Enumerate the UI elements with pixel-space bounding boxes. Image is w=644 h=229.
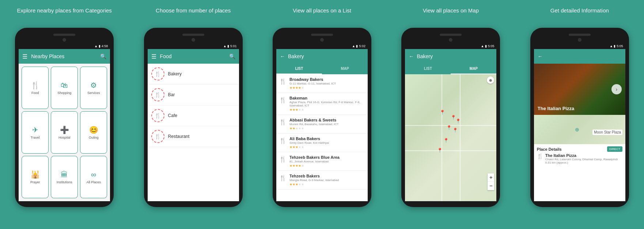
back-arrow-4[interactable]: ← <box>409 53 414 59</box>
map-pin-5[interactable]: 📍 <box>452 128 458 133</box>
place-addr-3: Simly Dam Road, Kot Hatthyal <box>289 141 365 144</box>
place-item-4[interactable]: 🍴 Tehzeeb Bakers Blue Area 81, Jinnah Av… <box>276 152 368 171</box>
back-arrow-5[interactable]: ← <box>538 53 543 59</box>
app-title-4: Bakery <box>417 53 493 59</box>
menu-icon-1[interactable]: ☰ <box>22 53 27 60</box>
search-icon-1[interactable]: 🔍 <box>100 53 106 59</box>
map-zoom-in[interactable]: + <box>488 173 494 182</box>
map-locate-button[interactable]: ⊕ <box>487 76 494 84</box>
tab-list-3[interactable]: LIST <box>276 64 322 74</box>
status-icons: ▲ ▮ <box>94 44 100 48</box>
place-item-5[interactable]: 🍴 Tehzeeb Bakers Mangla Road, G-9 Markaz… <box>276 171 368 189</box>
place-icon-0: 🍴 <box>279 78 287 85</box>
category-all-places[interactable]: ∞ All Places <box>80 156 107 198</box>
map-locate-icon: ⊕ <box>575 127 579 132</box>
place-addr-2: Munee Rd, Barakahu, Islamabad, ICT <box>289 123 365 126</box>
stars-4: ★★★★★ <box>289 164 365 168</box>
directions-button[interactable]: DIRECT <box>607 146 622 152</box>
panel-map-view: View all places on Map ▲ ▮ 5:05 ← Bakery… <box>386 0 515 229</box>
institutions-label: Institutions <box>57 180 72 184</box>
detail-map[interactable]: ⊕ Moon Star Plaza <box>534 115 625 144</box>
screen-1: ☰ Nearby Places 🔍 🍴 Food 🛍 Shopping ⚙ Se… <box>19 49 110 201</box>
place-icon-4: 🍴 <box>279 156 287 163</box>
search-icon-2[interactable]: 🔍 <box>229 53 235 59</box>
next-button[interactable]: › <box>611 84 622 94</box>
phone-3: ▲ ▮ 5:02 ← Bakery LIST MAP 🍴 Broadway Ba… <box>273 28 371 207</box>
bar-icon-circle: 🍴 <box>151 88 164 101</box>
detail-screen: The Italian Pizza › ⊕ Moon Star Plaza Pl… <box>534 64 625 201</box>
detail-place-icon: 🍴 <box>537 153 543 159</box>
phone-4: ▲ ▮ 5:05 ← Bakery LIST MAP 📍 📍 <box>401 28 500 207</box>
category-institutions[interactable]: 🏛 Institutions <box>51 156 78 198</box>
panel3-title: View all places on a List <box>293 7 351 23</box>
map-zoom-out[interactable]: − <box>488 182 494 190</box>
all-places-icon: ∞ <box>91 170 96 179</box>
stars-1: ★★★★★ <box>289 108 365 112</box>
cafe-label: Cafe <box>168 113 177 118</box>
phone-5: ▲ ▮ 5:05 ← The Italian Pizza › ⊕ Moon St… <box>530 28 629 207</box>
tab-map-4[interactable]: MAP <box>451 64 496 74</box>
map-pin-6[interactable]: 📍 <box>443 138 449 143</box>
place-name-0: Broadway Bakers <box>289 77 365 82</box>
detail-header-row: Place Details DIRECT <box>537 146 622 152</box>
prayer-label: Prayer <box>30 180 40 184</box>
institutions-icon: 🏛 <box>61 170 68 179</box>
place-details-label: Place Details <box>537 147 562 151</box>
place-info-4: Tehzeeb Bakers Blue Area 81, Jinnah Aven… <box>289 155 365 168</box>
travel-label: Travel <box>31 136 40 139</box>
place-addr-4: 81, Jinnah Avenue, Islamabad <box>289 160 365 163</box>
food-item-cafe[interactable]: 🍴 Cafe <box>148 105 239 126</box>
status-time-1: 4:58 <box>102 44 108 48</box>
category-services[interactable]: ⚙ Services <box>80 67 107 109</box>
food-icon: 🍴 <box>31 81 40 90</box>
app-header-3: ← Bakery <box>276 49 368 64</box>
category-prayer[interactable]: 🕌 Prayer <box>22 156 49 198</box>
map-pin-3[interactable]: 📍 <box>455 119 461 124</box>
food-item-bar[interactable]: 🍴 Bar <box>148 85 239 105</box>
panel1-title: Explore nearby places from Categories <box>17 7 112 23</box>
detail-place-name: The Italian Pizza <box>545 153 618 158</box>
detail-place-row: 🍴 The Italian Pizza Chakri Rd, Lalarukh … <box>537 153 622 164</box>
place-icon-2: 🍴 <box>279 119 287 125</box>
panel4-title: View all places on Map <box>423 7 479 23</box>
panel2-title: Choose from number of places <box>156 7 231 23</box>
detail-place-dist: 0.31 km (approx.) <box>545 161 618 164</box>
place-item-1[interactable]: 🍴 Bakeman Aghar Plaza, Plot 16-G, Kohist… <box>276 93 368 115</box>
phone-speaker-3 <box>311 34 333 36</box>
map-area[interactable]: 📍 📍 📍 📍 📍 📍 📍 ⊕ + − <box>405 74 496 201</box>
category-hospital[interactable]: ➕ Hospital <box>51 111 78 154</box>
panel-list-view: View all places on a List ▲ ▮ 5:02 ← Bak… <box>258 0 386 229</box>
food-item-bakery[interactable]: 🍴 Bakery <box>148 64 239 85</box>
phone-camera-4 <box>449 38 452 42</box>
food-item-restaurant[interactable]: 🍴 Restaurant <box>148 126 239 147</box>
place-name-5: Tehzeeb Bakers <box>289 174 365 178</box>
place-item-0[interactable]: 🍴 Broadway Bakers G-11 Markaz, G-11, Isl… <box>276 74 368 93</box>
phone-camera-5 <box>578 38 582 42</box>
place-item-2[interactable]: 🍴 Abbasi Bakers & Sweets Munee Rd, Barak… <box>276 115 368 134</box>
category-outing[interactable]: 😊 Outing <box>80 111 107 154</box>
menu-icon-2[interactable]: ☰ <box>151 53 156 60</box>
phone-camera-3 <box>320 38 324 42</box>
screen-2: ☰ Food 🔍 🍴 Bakery 🍴 Bar 🍴 Cafe 🍴 <box>148 49 239 201</box>
back-arrow-3[interactable]: ← <box>280 53 285 59</box>
status-bar-3: ▲ ▮ 5:02 <box>276 43 368 49</box>
stars-3: ★★★★★ <box>289 145 365 149</box>
place-icon-3: 🍴 <box>279 137 287 144</box>
map-pin-1[interactable]: 📍 <box>440 110 445 115</box>
category-food[interactable]: 🍴 Food <box>22 67 49 109</box>
place-list: 🍴 Broadway Bakers G-11 Markaz, G-11, Isl… <box>276 74 368 201</box>
category-travel[interactable]: ✈ Travel <box>22 111 49 154</box>
place-item-3[interactable]: 🍴 Ali Baba Bakers Simly Dam Road, Kot Ha… <box>276 134 368 152</box>
status-icons-2: ▲ ▮ <box>223 44 229 48</box>
place-name-2: Abbasi Bakers & Sweets <box>289 118 365 122</box>
map-pin-7[interactable]: 📍 <box>437 148 443 153</box>
place-name-3: Ali Baba Bakers <box>289 136 365 141</box>
tab-map-3[interactable]: MAP <box>322 64 368 74</box>
screen-5: ← The Italian Pizza › ⊕ Moon Star Plaza … <box>534 49 625 201</box>
place-addr-1: Aghar Plaza, Plot 16-G, Kohistan Rd, F-8… <box>289 101 365 107</box>
map-pin-4[interactable]: 📍 <box>446 125 452 130</box>
panel-detail: Get detailed Information ▲ ▮ 5:05 ← The … <box>515 0 644 229</box>
place-name-4: Tehzeeb Bakers Blue Area <box>289 155 365 159</box>
category-shopping[interactable]: 🛍 Shopping <box>51 67 78 109</box>
tab-list-4[interactable]: LIST <box>405 64 451 74</box>
